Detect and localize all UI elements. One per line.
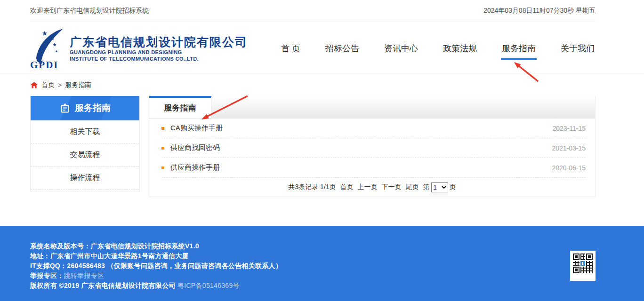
- company-name-cn: 广东省电信规划设计院有限公司: [70, 35, 248, 49]
- list-item-date: 2020-06-15: [552, 164, 586, 172]
- footer-report-link[interactable]: 跳转举报专区: [64, 272, 105, 279]
- welcome-text: 欢迎来到广东省电信规划设计院招标系统: [30, 7, 149, 15]
- home-icon: [30, 81, 38, 89]
- nav-item-announcements[interactable]: 招标公告: [324, 37, 360, 60]
- breadcrumb-current: 服务指南: [65, 81, 91, 89]
- pagination-first[interactable]: 首页: [340, 183, 354, 191]
- gpdi-logo-icon: GPDI: [30, 28, 65, 69]
- list-item-ca-manual[interactable]: CA购买操作手册 2023-11-15: [161, 119, 586, 138]
- sidebar-item-trading-process[interactable]: 交易流程: [31, 143, 139, 166]
- list-item-title: 供应商操作手册: [170, 163, 552, 172]
- notice-board-icon: [59, 103, 71, 114]
- list-item-title: 供应商找回密码: [170, 143, 552, 152]
- page-footer: 系统名称及版本号：广东省电信规划设计院招标系统V1.0 地址：广东省广州市中山大…: [0, 226, 644, 301]
- tab-strip: 服务指南: [149, 96, 595, 119]
- nav-item-policies[interactable]: 政策法规: [442, 37, 478, 60]
- qr-code-image: [573, 253, 593, 273]
- breadcrumb-separator: >: [58, 81, 62, 89]
- content-area: 服务指南 相关下载 交易流程 操作流程 服务指南 CA购买操作手册 2023-1…: [30, 96, 596, 197]
- footer-address: 地址：广东省广州市中山大道华景路1号南方通信大厦: [30, 251, 596, 261]
- site-logo[interactable]: GPDI 广东省电信规划设计院有限公司 GUANGDONG PLANNING A…: [30, 28, 248, 69]
- company-name-en-1: GUANGDONG PLANNING AND DESIGNING: [70, 49, 248, 55]
- sidebar-item-downloads[interactable]: 相关下载: [31, 120, 139, 143]
- logo-text: 广东省电信规划设计院有限公司 GUANGDONG PLANNING AND DE…: [70, 35, 248, 62]
- main-panel: 服务指南 CA购买操作手册 2023-11-15 供应商找回密码 2021-03…: [149, 96, 596, 197]
- pagination-jump: 第 1 页: [423, 182, 456, 192]
- nav-item-news[interactable]: 资讯中心: [383, 37, 419, 60]
- bullet-icon: [161, 166, 164, 169]
- pagination-jump-suffix: 页: [450, 183, 456, 191]
- list-item-date: 2023-11-15: [552, 125, 586, 132]
- pagination-last[interactable]: 尾页: [406, 183, 419, 191]
- svg-text:GPDI: GPDI: [30, 59, 59, 69]
- list-item-password-recovery[interactable]: 供应商找回密码 2021-03-15: [161, 138, 586, 158]
- page-select[interactable]: 1: [431, 182, 448, 192]
- bullet-icon: [161, 127, 164, 130]
- list-item-title: CA购买操作手册: [170, 124, 552, 133]
- datetime-text: 2024年03月08日11时07分30秒 星期五: [483, 7, 596, 15]
- nav-item-about-us[interactable]: 关于我们: [560, 37, 596, 60]
- footer-icp-number: 粤ICP备05146369号: [177, 282, 240, 289]
- footer-system-name: 系统名称及版本号：广东省电信规划设计院招标系统V1.0: [30, 241, 596, 251]
- bullet-icon: [161, 147, 164, 150]
- main-nav: 首 页 招标公告 资讯中心 政策法规 服务指南 关于我们: [280, 37, 596, 60]
- sidebar-title: 服务指南: [75, 102, 111, 114]
- qr-code: [570, 251, 596, 281]
- list-item-supplier-manual[interactable]: 供应商操作手册 2020-06-15: [161, 158, 586, 178]
- sidebar-item-operation-process[interactable]: 操作流程: [31, 166, 139, 190]
- company-name-en-2: INSTITUTE OF TELECOMMUNICATIONS CO.,LTD.: [70, 55, 248, 62]
- footer-report-zone: 举报专区：跳转举报专区: [30, 271, 596, 281]
- article-list: CA购买操作手册 2023-11-15 供应商找回密码 2021-03-15 供…: [149, 119, 595, 178]
- pagination-next[interactable]: 下一页: [382, 183, 402, 191]
- pagination-summary: 共3条记录 1/1页: [288, 183, 336, 191]
- nav-item-service-guide[interactable]: 服务指南: [501, 37, 537, 60]
- breadcrumb: 首页 > 服务指南: [30, 75, 596, 95]
- list-item-date: 2021-03-15: [552, 144, 586, 152]
- footer-it-support: IT支撑QQ：2604586483 （仅限账号问题咨询，业务问题请咨询各公告相关…: [30, 261, 596, 271]
- tab-service-guide[interactable]: 服务指南: [149, 96, 211, 118]
- sidebar-header-service-guide[interactable]: 服务指南: [31, 96, 139, 120]
- pagination-jump-prefix: 第: [423, 183, 430, 191]
- pagination: 共3条记录 1/1页 首页 上一页 下一页 尾页 第 1 页: [149, 178, 595, 197]
- breadcrumb-home-link[interactable]: 首页: [41, 81, 55, 89]
- sidebar: 服务指南 相关下载 交易流程 操作流程: [30, 96, 140, 191]
- footer-copyright: 版权所有 ©2019 广东省电信规划设计院有限公司 粤ICP备05146369号: [30, 281, 596, 291]
- pagination-prev[interactable]: 上一页: [358, 183, 378, 191]
- top-bar: 欢迎来到广东省电信规划设计院招标系统 2024年03月08日11时07分30秒 …: [0, 0, 644, 22]
- site-header: GPDI 广东省电信规划设计院有限公司 GUANGDONG PLANNING A…: [0, 22, 644, 75]
- nav-item-home[interactable]: 首 页: [280, 37, 301, 60]
